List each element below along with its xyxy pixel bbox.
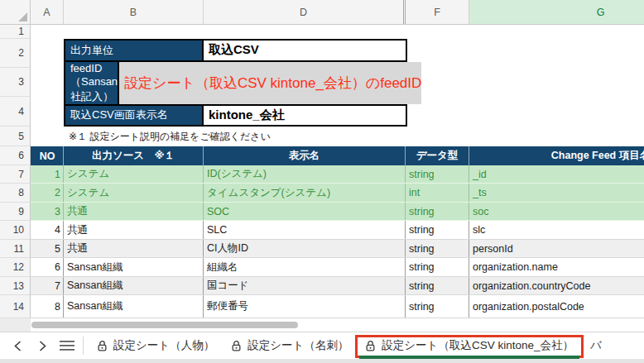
cell-display[interactable]: ID(システム) (204, 165, 406, 183)
table-row: feedID（Sansan社記入） 設定シート（取込CSV kintone_会社… (65, 60, 406, 104)
column-header-g-selected[interactable]: G (469, 0, 644, 24)
row-header-14[interactable]: 14 (0, 295, 31, 318)
output-unit-label-cell[interactable]: 出力単位 (65, 41, 204, 60)
cell-no[interactable]: 7 (31, 277, 64, 294)
table-row: 6 Sansan組織 組織名 string organization.name (31, 258, 644, 277)
lock-icon (97, 340, 108, 352)
header-type[interactable]: データ型 (406, 146, 469, 165)
sheet-tab-label: 設定シート（名刺） (248, 338, 348, 353)
cell-display[interactable]: CI人物ID (204, 240, 406, 257)
row-header-gutter: 1 2 3 4 5 6 7 8 9 10 11 12 13 14 (0, 25, 31, 318)
window-bottom-edge (0, 359, 644, 363)
chevron-left-icon (14, 341, 22, 351)
row-header-6[interactable]: 6 (0, 146, 31, 165)
table-row: 1 システム ID(システム) string _id (31, 165, 644, 184)
row-header-3[interactable]: 3 (0, 68, 31, 97)
table-row: 4 共通 SLC string slc (31, 221, 644, 240)
cell-type[interactable]: string (406, 203, 469, 220)
horizontal-scrollbar[interactable] (31, 322, 298, 328)
cell-no[interactable]: 8 (31, 295, 64, 318)
sheet-tab-card[interactable]: 設定シート（名刺） (223, 332, 357, 359)
sheet-tab-label: バ (590, 338, 602, 353)
csv-display-name-value-cell[interactable]: kintone_会社 (204, 106, 406, 126)
column-header-a[interactable]: A (31, 0, 64, 24)
column-header-row: A B D F G (0, 0, 644, 25)
feed-id-label-cell[interactable]: feedID（Sansan社記入） (65, 62, 119, 104)
cell-feed[interactable]: organization.postalCode (469, 295, 644, 318)
row-header-13[interactable]: 13 (0, 277, 31, 295)
header-display[interactable]: 表示名 (204, 146, 406, 165)
row-header-8[interactable]: 8 (0, 184, 31, 203)
cell-no[interactable]: 4 (31, 221, 64, 239)
cell-source[interactable]: Sansan組織 (64, 295, 204, 318)
row-header-11[interactable]: 11 (0, 240, 31, 258)
chevron-right-icon (39, 341, 46, 351)
next-sheet-button[interactable] (30, 334, 55, 357)
cell-source[interactable]: システム (64, 184, 204, 202)
cell-source[interactable]: システム (64, 165, 204, 183)
cell-feed[interactable]: organization.countryCode (469, 277, 644, 294)
column-header-b[interactable]: B (64, 0, 204, 24)
cell-display[interactable]: 組織名 (204, 258, 406, 276)
footnote-text[interactable]: ※１ 設定シート説明の補足をご確認ください (69, 128, 271, 145)
cell-no[interactable]: 5 (31, 240, 64, 257)
column-header-f[interactable]: F (406, 0, 469, 24)
cell-feed[interactable]: slc (469, 221, 644, 239)
cell-feed[interactable]: _id (469, 165, 644, 183)
row-header-12[interactable]: 12 (0, 258, 31, 277)
csv-display-name-label-cell[interactable]: 取込CSV画面表示名 (65, 106, 204, 126)
row-header-4[interactable]: 4 (0, 97, 31, 127)
column-header-d[interactable]: D (204, 0, 406, 24)
select-all-corner[interactable] (0, 0, 31, 24)
cell-type[interactable]: string (406, 258, 469, 276)
cell-no[interactable]: 2 (31, 184, 64, 202)
table-row: 3 共通 SOC string soc (31, 203, 644, 221)
cell-display[interactable]: 国コード (204, 277, 406, 294)
table-row: 5 共通 CI人物ID string personId (31, 240, 644, 258)
cell-type[interactable]: string (406, 240, 469, 257)
cell-no[interactable]: 1 (31, 165, 64, 183)
row-header-7[interactable]: 7 (0, 165, 31, 184)
cell-feed[interactable]: _ts (469, 184, 644, 202)
table-row: 出力単位 取込CSV (65, 41, 406, 60)
row-header-2[interactable]: 2 (0, 39, 31, 68)
row-header-10[interactable]: 10 (0, 221, 31, 240)
cell-feed[interactable]: personId (469, 240, 644, 257)
prev-sheet-button[interactable] (5, 334, 30, 357)
output-settings-table: 出力単位 取込CSV feedID（Sansan社記入） 設定シート（取込CSV… (64, 39, 407, 127)
row-header-5[interactable]: 5 (0, 127, 31, 146)
cell-type[interactable]: string (406, 277, 469, 294)
cell-display[interactable]: タイムスタンプ(システム) (204, 184, 406, 202)
header-feed[interactable]: Change Feed 項目名 (469, 146, 644, 165)
sheet-tab-partial[interactable]: バ (582, 332, 610, 359)
cell-display[interactable]: SLC (204, 221, 406, 239)
sheet-tab-person[interactable]: 設定シート（人物） (89, 332, 223, 359)
select-all-triangle-icon (18, 12, 27, 21)
cell-source[interactable]: 共通 (64, 203, 204, 220)
cell-source[interactable]: 共通 (64, 221, 204, 239)
cell-source[interactable]: 共通 (64, 240, 204, 257)
cell-display[interactable]: SOC (204, 203, 406, 220)
sheet-tab-csv-kintone-active[interactable]: 設定シート（取込CSV kintone_会社） (357, 332, 582, 359)
cell-display[interactable]: 郵便番号 (204, 295, 406, 318)
header-no[interactable]: NO (31, 146, 64, 165)
row-header-1[interactable]: 1 (0, 25, 31, 39)
cell-feed[interactable]: organization.name (469, 258, 644, 276)
cell-type[interactable]: string (406, 221, 469, 239)
cell-type[interactable]: string (406, 295, 469, 318)
all-sheets-menu-button[interactable] (55, 334, 79, 357)
cell-feed[interactable]: soc (469, 203, 644, 220)
feed-id-value-cell[interactable]: 設定シート（取込CSV kintone_会社）のfeedID (119, 62, 421, 104)
cell-no[interactable]: 3 (31, 203, 64, 220)
row-header-9[interactable]: 9 (0, 203, 31, 221)
cell-no[interactable]: 6 (31, 258, 64, 276)
cell-source[interactable]: Sansan組織 (64, 277, 204, 294)
table-row: 7 Sansan組織 国コード string organization.coun… (31, 277, 644, 295)
cell-type[interactable]: int (406, 184, 469, 202)
lock-icon (365, 340, 376, 352)
field-mapping-table: NO 出力ソース ※１ 表示名 データ型 Change Feed 項目名 1 シ… (31, 146, 644, 318)
header-source[interactable]: 出力ソース ※１ (64, 146, 204, 165)
output-unit-value-cell[interactable]: 取込CSV (204, 41, 406, 60)
cell-source[interactable]: Sansan組織 (64, 258, 204, 276)
cell-type[interactable]: string (406, 165, 469, 183)
